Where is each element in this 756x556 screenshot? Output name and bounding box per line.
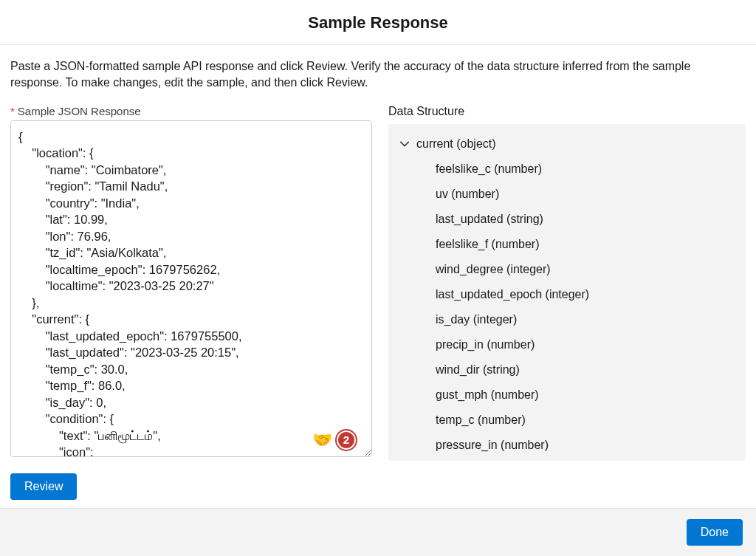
tree-child-row[interactable]: feelslike_c (number) (394, 157, 740, 182)
tree-child-label: wind_dir (string) (436, 363, 520, 377)
tree-child-label: pressure_in (number) (436, 439, 549, 452)
tree-child-row[interactable]: last_updated (string) (394, 207, 740, 232)
tree-child-label: last_updated (string) (436, 213, 543, 226)
tree-root-row[interactable]: current (object) (394, 131, 740, 157)
tree-child-row[interactable]: gust_mph (number) (394, 382, 740, 408)
tree-child-row[interactable]: is_day (integer) (394, 307, 740, 332)
dialog-footer: Done (0, 508, 756, 556)
tree-child-label: feelslike_f (number) (436, 238, 540, 251)
data-structure-tree[interactable]: current (object) feelslike_c (number)uv … (388, 124, 746, 461)
sample-response-dialog: Sample Response Paste a JSON-formatted s… (0, 0, 756, 556)
sample-json-label-row: * Sample JSON Response (10, 105, 372, 117)
data-structure-column: Data Structure current (object) feelslik… (388, 105, 746, 500)
tree-child-row[interactable]: pressure_in (number) (394, 433, 740, 458)
tree-child-label: uv (number) (436, 188, 499, 201)
chevron-down-icon[interactable] (399, 138, 410, 150)
tree-child-label: gust_mph (number) (436, 388, 539, 402)
instructions-text: Paste a JSON-formatted sample API respon… (10, 58, 746, 92)
tree-child-label: wind_degree (integer) (436, 263, 551, 276)
tree-root-label: current (object) (416, 137, 496, 151)
required-marker: * (10, 105, 15, 117)
done-button[interactable]: Done (687, 519, 743, 546)
sample-json-label: Sample JSON Response (18, 105, 141, 117)
tree-child-label: precip_in (number) (436, 338, 535, 351)
dialog-title: Sample Response (0, 13, 756, 32)
sample-json-textarea[interactable] (10, 120, 372, 457)
tree-child-row[interactable]: temp_c (number) (394, 408, 740, 433)
tree-child-row[interactable]: precip_in (number) (394, 332, 740, 357)
review-button[interactable]: Review (10, 473, 77, 500)
tree-child-row[interactable]: wind_degree (integer) (394, 257, 740, 282)
tree-child-row[interactable]: last_updated_epoch (integer) (394, 282, 740, 307)
tree-child-row[interactable]: uv (number) (394, 182, 740, 207)
tree-child-label: feelslike_c (number) (436, 162, 542, 176)
data-structure-label: Data Structure (388, 105, 746, 118)
sample-json-column: * Sample JSON Response 🤝 2 Review (10, 105, 372, 500)
dialog-header: Sample Response (0, 0, 756, 45)
dialog-body: Paste a JSON-formatted sample API respon… (0, 45, 756, 508)
tree-child-row[interactable]: feelslike_f (number) (394, 232, 740, 257)
tree-child-label: temp_c (number) (436, 413, 526, 427)
tree-child-label: last_updated_epoch (integer) (436, 288, 589, 301)
tree-child-row[interactable]: wind_dir (string) (394, 357, 740, 382)
tree-child-label: is_day (integer) (436, 313, 517, 326)
